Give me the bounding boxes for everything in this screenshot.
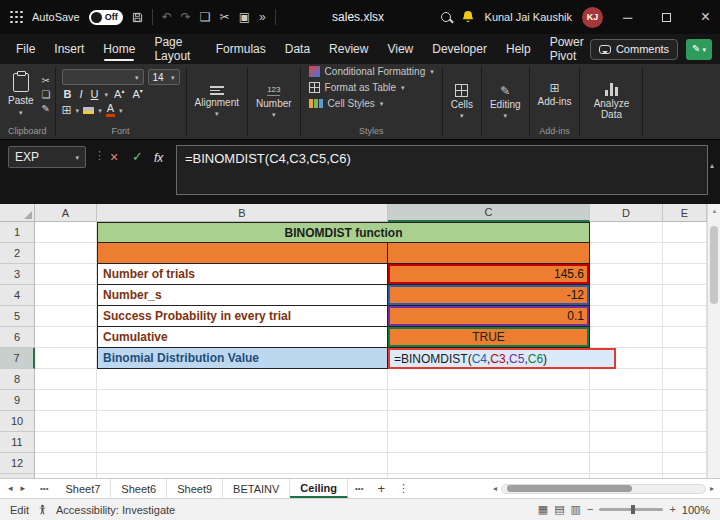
save-icon[interactable]	[132, 12, 143, 23]
hscroll-left-icon[interactable]	[493, 485, 497, 493]
grid-cell[interactable]	[663, 327, 707, 348]
grid-cell[interactable]	[97, 432, 388, 453]
grid-cell[interactable]	[663, 285, 707, 306]
page-layout-view-button[interactable]	[554, 504, 564, 515]
tab-data[interactable]: Data	[285, 34, 310, 64]
column-header-b[interactable]: B	[97, 204, 388, 222]
grid-cell[interactable]	[663, 411, 707, 432]
grid-cell[interactable]	[590, 306, 663, 327]
cell-styles-button[interactable]: Cell Styles	[309, 98, 434, 109]
bold-button[interactable]: B	[62, 88, 74, 100]
editing-mode-button[interactable]	[686, 39, 712, 60]
document-title[interactable]: sales.xlsx	[276, 10, 441, 24]
cell-c5-value[interactable]: 0.1	[388, 306, 590, 327]
close-button[interactable]	[691, 0, 720, 34]
underline-button[interactable]: U	[89, 88, 101, 100]
select-all-button[interactable]	[0, 204, 35, 222]
grid-cell[interactable]	[35, 348, 97, 369]
paste-button[interactable]: Paste	[0, 73, 42, 116]
sheet-tab-ceiling[interactable]: Ceiling	[290, 479, 348, 498]
sheet-nav-left-icon[interactable]	[8, 484, 13, 493]
row-header-7[interactable]: 7	[0, 348, 35, 369]
accessibility-status[interactable]: Accessibility: Investigate	[56, 504, 175, 516]
scroll-up-icon[interactable]	[708, 207, 720, 214]
grid-cell[interactable]	[97, 411, 388, 432]
italic-button[interactable]: I	[78, 88, 85, 100]
search-icon[interactable]	[441, 12, 451, 22]
zoom-slider-thumb[interactable]	[631, 505, 635, 514]
cell-b7-label[interactable]: Binomial Distribution Value	[97, 348, 388, 369]
grid-cell[interactable]	[590, 285, 663, 306]
row-header-11[interactable]: 11	[0, 432, 35, 453]
font-size-select[interactable]: 14	[148, 69, 180, 85]
grid-cell[interactable]	[663, 264, 707, 285]
grid-cell[interactable]	[590, 243, 663, 264]
insert-function-button[interactable]: fx	[154, 151, 163, 165]
maximize-button[interactable]	[652, 0, 681, 34]
tab-review[interactable]: Review	[329, 34, 368, 64]
sheet-tab-betainv[interactable]: BETAINV	[223, 479, 290, 498]
grid-cell[interactable]	[35, 369, 97, 390]
grid-cell[interactable]	[35, 327, 97, 348]
copy-button[interactable]	[42, 90, 51, 100]
vertical-scrollbar-thumb[interactable]	[710, 226, 718, 304]
grid-cell[interactable]	[590, 222, 663, 243]
analyze-data-button[interactable]: Analyze Data	[580, 64, 642, 139]
format-painter-button[interactable]	[42, 104, 51, 114]
grid-cell[interactable]	[590, 411, 663, 432]
tab-help[interactable]: Help	[506, 34, 531, 64]
sheet-overflow-left-icon[interactable]	[33, 479, 55, 498]
formula-input[interactable]: =BINOMDIST(C4,C3,C5,C6)	[176, 145, 708, 195]
quick-access-cut-icon[interactable]	[220, 11, 230, 23]
grid-cell[interactable]	[388, 453, 590, 474]
grid-cell[interactable]	[35, 453, 97, 474]
grid-cell[interactable]	[590, 453, 663, 474]
autosave-toggle[interactable]: Off	[89, 10, 123, 25]
cancel-entry-button[interactable]	[110, 150, 118, 164]
borders-button[interactable]	[62, 104, 72, 116]
grid-cell[interactable]	[590, 390, 663, 411]
row-header-10[interactable]: 10	[0, 411, 35, 432]
notification-bell-icon[interactable]	[461, 10, 475, 24]
decrease-font-button[interactable]: A	[130, 88, 144, 100]
grid-cell[interactable]	[35, 285, 97, 306]
row-header-4[interactable]: 4	[0, 285, 35, 306]
column-header-a[interactable]: A	[35, 204, 97, 222]
row-header-12[interactable]: 12	[0, 453, 35, 474]
grid-cell[interactable]	[590, 432, 663, 453]
cell-b3-label[interactable]: Number of trials	[97, 264, 388, 285]
grid-cell[interactable]	[388, 432, 590, 453]
grid-cell[interactable]	[663, 432, 707, 453]
sheet-tab-sheet9[interactable]: Sheet9	[167, 479, 223, 498]
new-sheet-button[interactable]	[370, 479, 392, 498]
column-header-c[interactable]: C	[388, 204, 590, 222]
cell-b5-label[interactable]: Success Probability in every trial	[97, 306, 388, 327]
vertical-scrollbar[interactable]	[707, 204, 720, 478]
grid-cell[interactable]	[35, 432, 97, 453]
cell-c6-value[interactable]: TRUE	[388, 327, 590, 348]
cell-b1-title[interactable]: BINOMDIST function	[97, 222, 590, 243]
format-as-table-button[interactable]: Format as Table	[309, 82, 434, 93]
conditional-formatting-button[interactable]: Conditional Formatting	[309, 66, 434, 77]
grid-cell[interactable]	[663, 348, 707, 369]
row-header-8[interactable]: 8	[0, 369, 35, 390]
column-header-e[interactable]: E	[663, 204, 707, 222]
horizontal-scrollbar-thumb[interactable]	[507, 485, 632, 492]
font-color-button[interactable]: A	[106, 103, 115, 117]
tab-file[interactable]: File	[16, 34, 35, 64]
zoom-slider[interactable]	[599, 508, 663, 511]
quick-access-copy-icon[interactable]	[200, 11, 211, 23]
grid-cell[interactable]	[97, 369, 388, 390]
cell-c7-formula-edit[interactable]: =BINOMDIST( C4 , C3 , C5 , C6 )	[388, 348, 616, 369]
column-header-d[interactable]: D	[590, 204, 663, 222]
zoom-level[interactable]: 100%	[682, 504, 710, 516]
grid-cell[interactable]	[663, 369, 707, 390]
alignment-group-button[interactable]: Alignment	[187, 64, 247, 139]
cells-group-button[interactable]: Cells	[443, 64, 481, 139]
cell-c3-value[interactable]: 145.6	[388, 264, 590, 285]
grid-cell[interactable]	[35, 243, 97, 264]
redo-icon[interactable]	[181, 11, 191, 23]
addins-group-label[interactable]: Add-ins	[530, 125, 580, 139]
quick-access-overflow-icon[interactable]	[259, 11, 266, 23]
tab-power-pivot[interactable]: Power Pivot	[550, 34, 590, 64]
